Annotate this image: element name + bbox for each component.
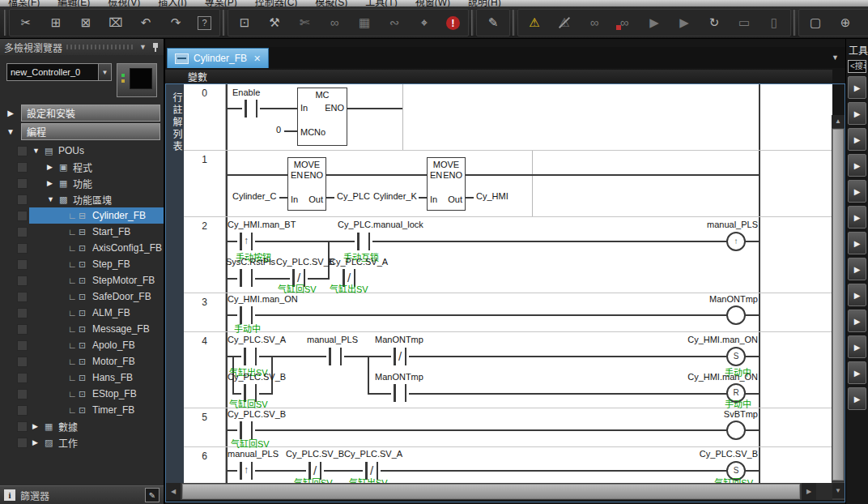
rung-number[interactable]: 1 — [184, 151, 226, 216]
operand-label[interactable]: manual_PLS — [228, 449, 279, 459]
project-window-icon[interactable]: ⊡ — [236, 15, 253, 31]
operand-label[interactable]: manual_PLS — [307, 335, 358, 344]
no-contact[interactable] — [242, 100, 260, 117]
fit-zoom-icon[interactable]: ▢ — [807, 15, 823, 31]
rung-number[interactable]: 2 — [184, 217, 226, 293]
run-icon[interactable]: ▶ — [646, 15, 662, 31]
tree-item-programs[interactable]: ▶▣程式 — [0, 159, 164, 175]
operand-label[interactable]: Cy_PLC.SV_B — [228, 372, 286, 382]
tree-item-motor-fb[interactable]: ∟⊡Motor_FB — [0, 353, 164, 369]
operand-label[interactable]: Cy_PLC.SV_A — [228, 335, 286, 344]
ladder-editor[interactable]: 行註解列表 0 Enable MC — [166, 84, 832, 483]
operand-label[interactable]: ManONTmp — [375, 372, 423, 382]
tree-item-timer-fb[interactable]: ∟⊡Timer_FB — [0, 402, 164, 418]
copy-icon[interactable]: ⊞ — [48, 15, 64, 31]
controller-select[interactable]: new_Controller_0 — [6, 63, 99, 81]
vertical-scrollbar[interactable]: ▲ ▼ — [832, 115, 845, 500]
no-contact[interactable] — [241, 348, 259, 365]
operand-label[interactable]: Cy_HMI.man_ON — [687, 372, 758, 382]
watch-table-icon[interactable]: ▦ — [356, 15, 372, 31]
undo-icon[interactable]: ↶ — [138, 15, 154, 31]
operand-label[interactable]: ManONTmp — [375, 335, 423, 344]
controller-select-dropdown[interactable]: ▼ — [99, 63, 112, 81]
rung-1[interactable]: 1 MOVE EN ENO In Out — [184, 151, 832, 217]
operand-label[interactable]: manual_PLS — [707, 220, 758, 229]
zoom-in-icon[interactable]: ⊕ — [837, 15, 853, 31]
operand-label[interactable]: Cy_PLC — [337, 191, 370, 201]
operand-label[interactable]: Cy_HMI.man_ON — [687, 335, 758, 344]
no-contact[interactable] — [237, 269, 255, 287]
expand-arrow-icon[interactable]: ▶ — [0, 109, 21, 117]
cut-icon[interactable]: ✂ — [18, 15, 34, 31]
set-coil[interactable]: S — [726, 347, 746, 366]
output-coil[interactable] — [726, 305, 746, 325]
tree-item-hans-fb[interactable]: ∟⊡Hans_FB — [0, 369, 164, 386]
cancel-build-icon[interactable]: ✄ — [296, 15, 313, 31]
chevron-down-icon[interactable]: ▼ — [139, 43, 147, 51]
rung-number[interactable]: 5 — [184, 408, 226, 446]
pulse-coil[interactable]: ↑ — [726, 232, 746, 251]
tree-item-functions[interactable]: ▶▦功能 — [0, 175, 164, 191]
tree-item-estop-fb[interactable]: ∟⊡EStop_FB — [0, 386, 164, 402]
vertical-scroll-thumb[interactable] — [832, 129, 844, 481]
tab-list-dropdown-icon[interactable]: ▼ — [832, 53, 839, 62]
toolbox-category-expand-icon[interactable]: ▶ — [848, 310, 866, 332]
tree-item-tasks[interactable]: ▶▨工作 — [0, 434, 164, 451]
toolbox-category-expand-icon[interactable]: ▶ — [848, 76, 866, 99]
operand-label[interactable]: ManONTmp — [709, 294, 758, 304]
toolbox-category-expand-icon[interactable]: ▶ — [848, 232, 866, 254]
function-block-mc[interactable]: MC In ENO MCNo — [297, 88, 347, 146]
redo-icon[interactable]: ↷ — [168, 15, 184, 31]
scroll-right-icon[interactable]: ▶ — [802, 483, 816, 500]
rung-number[interactable]: 0 — [184, 84, 226, 150]
tab-cylinder-fb[interactable]: Cylinder_FB ✕ — [167, 48, 269, 68]
tree-item-function-blocks[interactable]: ▼▩功能區塊 — [0, 191, 164, 207]
section-configurations[interactable]: ▶ 設定和安裝 — [0, 104, 164, 122]
toolbox-search-input[interactable]: <搜尋> — [848, 60, 866, 73]
operand-label[interactable]: Cylinder_K — [373, 191, 417, 201]
abort-icon[interactable]: ! — [446, 16, 460, 30]
rising-edge-contact[interactable]: ↑ — [237, 233, 255, 250]
expand-arrow-icon[interactable]: ▼ — [47, 195, 59, 203]
operand-label[interactable]: Cy_PLC.manual_lock — [338, 220, 423, 229]
tree-item-message-fb[interactable]: ∟⊡Message_FB — [0, 321, 164, 337]
filter-options-button[interactable]: ✎ — [145, 488, 160, 502]
rung-6[interactable]: 6 manual_PLS ↑ Cy_PLC.SV_B / 气缸回SV Cy_PL… — [184, 447, 832, 483]
synchronize-icon[interactable]: ↻ — [706, 15, 722, 31]
search-icon[interactable]: ⌖ — [416, 15, 432, 31]
operand-label[interactable]: Enable — [232, 88, 260, 97]
expand-arrow-icon[interactable]: ▶ — [32, 438, 45, 446]
close-icon[interactable]: ✕ — [253, 53, 261, 64]
output-coil[interactable] — [726, 421, 746, 440]
rung-number[interactable]: 3 — [184, 293, 226, 331]
monitor-stop-icon[interactable]: ∞ — [616, 15, 632, 31]
constant-value[interactable]: 0 — [276, 125, 281, 135]
toolbox-category-expand-icon[interactable]: ▶ — [848, 128, 866, 151]
rung-number[interactable]: 4 — [184, 332, 226, 408]
program-check-icon[interactable]: ⚠ — [526, 15, 542, 31]
filter-label[interactable]: 篩選器 — [20, 489, 140, 502]
function-block-move-2[interactable]: MOVE EN ENO In Out — [427, 157, 466, 211]
watch-window-icon[interactable]: ∞ — [326, 15, 343, 31]
tree-item-stepmotor-fb[interactable]: ∟⊡StepMotor_FB — [0, 272, 164, 288]
operand-label[interactable]: SvBTmp — [724, 409, 758, 419]
toolbox-category-expand-icon[interactable]: ▶ — [848, 387, 866, 410]
tree-item-axisconfig1-fb[interactable]: ∟⊡AxisConfig1_FB — [0, 240, 164, 256]
rung-5[interactable]: 5 Cy_PLC.SV_B 气缸回SV SvBTmp — [184, 408, 832, 447]
scroll-down-icon[interactable]: ▼ — [832, 482, 845, 498]
toolbox-category-expand-icon[interactable]: ▶ — [848, 284, 866, 306]
operand-label[interactable]: Cy_PLC.SV_B — [286, 449, 344, 459]
variables-bar[interactable]: 變數 — [165, 70, 832, 83]
operand-label[interactable]: Cy_PLC.SV_B — [276, 257, 334, 267]
operand-label[interactable]: SysC.RstPls — [226, 257, 275, 267]
monitor-icon[interactable]: ∞ — [586, 15, 602, 31]
toolbox-category-expand-icon[interactable]: ▶ — [848, 180, 866, 203]
online-window-2-icon[interactable]: ▯ — [766, 15, 782, 31]
scroll-left-icon[interactable]: ◀ — [166, 483, 181, 500]
rung-0[interactable]: 0 Enable MC In ENO — [184, 84, 832, 151]
operand-label[interactable]: Cy_HMI.man_ON — [228, 294, 298, 304]
expand-arrow-icon[interactable]: ▶ — [32, 422, 45, 430]
rung-2[interactable]: 2 Cy_HMI.man_BT ↑ 手动按钮 Cy_PLC.manual_loc… — [184, 217, 832, 293]
tree-item-pous[interactable]: ▼▤POUs — [0, 143, 164, 159]
tree-item-apolo-fb[interactable]: ∟⊡Apolo_FB — [0, 337, 164, 353]
